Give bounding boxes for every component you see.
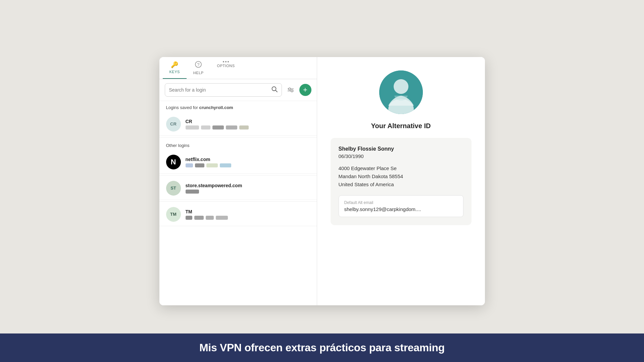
- login-item-steam[interactable]: ST store.steampowered.com: [159, 177, 317, 200]
- logins-saved-label: Logins saved for crunchyroll.com: [159, 101, 317, 113]
- id-card: Shelby Flossie Sonny 06/30/1990 4000 Edg…: [331, 138, 472, 225]
- tab-help[interactable]: ? HELP: [187, 57, 210, 79]
- login-fields-tm: [186, 216, 310, 220]
- login-item-netflix[interactable]: N netflix.com: [159, 151, 317, 174]
- field-block: [220, 163, 231, 167]
- address-line3: United States of America: [339, 182, 394, 187]
- search-input-wrapper[interactable]: [165, 83, 282, 97]
- avatar-tm: TM: [166, 207, 181, 222]
- left-panel: 🔑 KEYS ? HELP: [159, 57, 317, 305]
- field-block: [194, 216, 204, 220]
- svg-text:?: ?: [197, 62, 200, 67]
- field-block: [239, 125, 249, 130]
- add-login-button[interactable]: +: [299, 84, 311, 96]
- filter-button[interactable]: [285, 84, 297, 96]
- search-icon: [271, 86, 278, 94]
- id-email-label: Default Alt email: [344, 200, 458, 205]
- id-dob: 06/30/1990: [339, 153, 463, 159]
- id-email-box: Default Alt email shelby.sonny129@carpki…: [339, 195, 463, 217]
- search-bar-area: +: [159, 79, 317, 101]
- login-fields-netflix: [186, 163, 310, 167]
- field-block: [186, 190, 199, 194]
- right-panel: Your Alternative ID Shelby Flossie Sonny…: [317, 57, 485, 305]
- banner-text: Mis VPN ofrecen extras prácticos para st…: [199, 342, 445, 354]
- login-info-cr: CR: [186, 119, 310, 130]
- address-line2: Mandan North Dakota 58554: [339, 173, 403, 179]
- login-title-cr: CR: [186, 119, 310, 124]
- tab-options[interactable]: OPTIONS: [210, 57, 242, 79]
- options-icon: [223, 61, 229, 62]
- field-block: [226, 125, 237, 130]
- field-block: [186, 216, 192, 220]
- profile-avatar: [379, 70, 423, 114]
- login-item-cr[interactable]: CR CR: [159, 113, 317, 136]
- field-block: [212, 125, 224, 130]
- field-block: [206, 216, 214, 220]
- svg-point-12: [394, 79, 408, 94]
- divider: [159, 201, 317, 202]
- field-block: [186, 163, 193, 167]
- login-item-tm[interactable]: TM TM: [159, 203, 317, 226]
- search-input[interactable]: [169, 87, 269, 93]
- field-block: [186, 125, 199, 130]
- field-block: [216, 216, 228, 220]
- login-title-netflix: netflix.com: [186, 157, 310, 162]
- key-icon: 🔑: [171, 61, 179, 68]
- field-block: [201, 125, 210, 130]
- svg-point-7: [291, 90, 293, 92]
- id-name: Shelby Flossie Sonny: [339, 146, 463, 152]
- avatar-steam: ST: [166, 181, 181, 196]
- tab-keys[interactable]: 🔑 KEYS: [163, 57, 187, 79]
- login-title-steam: store.steampowered.com: [186, 183, 310, 188]
- login-info-netflix: netflix.com: [186, 157, 310, 167]
- id-address: 4000 Edgewater Place Se Mandan North Dak…: [339, 164, 463, 189]
- avatar-netflix: N: [166, 155, 181, 169]
- other-logins-label: Other logins: [159, 139, 317, 151]
- tab-options-label: OPTIONS: [217, 64, 235, 68]
- login-title-tm: TM: [186, 209, 310, 214]
- divider: [159, 175, 317, 175]
- field-block: [195, 163, 204, 167]
- tab-help-label: HELP: [193, 71, 204, 75]
- address-line1: 4000 Edgewater Place Se: [339, 165, 397, 171]
- login-fields-steam: [186, 190, 310, 194]
- alt-id-title: Your Alternative ID: [371, 122, 431, 130]
- field-block: [206, 163, 218, 167]
- help-icon: ?: [195, 61, 202, 69]
- id-email-value: shelby.sonny129@carpkingdom....: [344, 206, 458, 212]
- avatar-cr: CR: [166, 117, 181, 132]
- svg-point-4: [289, 88, 291, 90]
- main-container: 🔑 KEYS ? HELP: [0, 0, 644, 362]
- bottom-banner: Mis VPN ofrecen extras prácticos para st…: [0, 333, 644, 362]
- divider: [159, 137, 317, 138]
- tab-bar: 🔑 KEYS ? HELP: [159, 57, 317, 79]
- app-window: 🔑 KEYS ? HELP: [159, 57, 485, 305]
- login-info-steam: store.steampowered.com: [186, 183, 310, 194]
- tab-keys-label: KEYS: [169, 70, 180, 74]
- svg-line-3: [276, 90, 277, 92]
- login-info-tm: TM: [186, 209, 310, 220]
- login-fields-cr: [186, 125, 310, 130]
